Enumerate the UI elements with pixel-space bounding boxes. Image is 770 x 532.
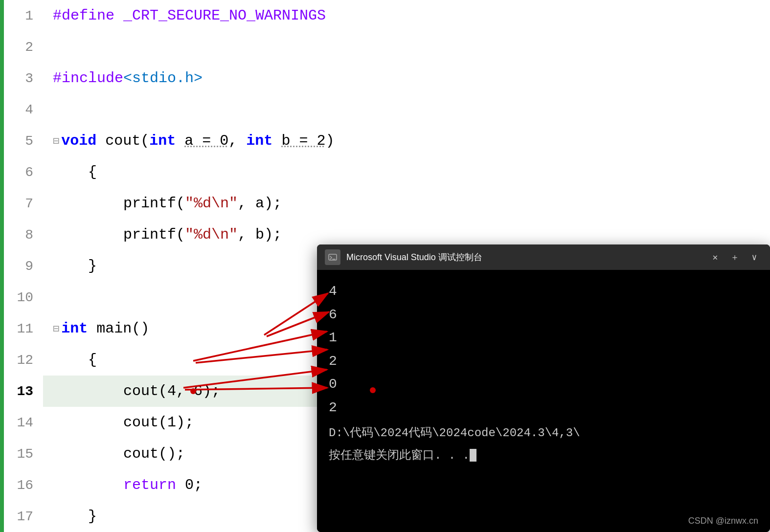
green-left-border	[0, 0, 4, 532]
define-value: _CRT_SECURE_NO_WARNINGS	[123, 7, 326, 24]
format-string-2: "%d\n"	[185, 226, 238, 243]
code-line-2	[43, 31, 770, 63]
output-line-4: 2	[329, 350, 758, 373]
line-num-6: 6	[4, 156, 43, 188]
code-line-4	[43, 94, 770, 125]
cout-call-2: cout(1);	[123, 414, 194, 431]
line-numbers: 1 2 3 4 5 6 7 8 9 10 11 12 13 14 15 16 1…	[4, 0, 43, 532]
terminal-new-tab-btn[interactable]: ＋	[727, 249, 743, 265]
terminal-dropdown-btn[interactable]: ∨	[747, 249, 762, 265]
printf-1: printf(	[123, 195, 185, 212]
terminal-window: Microsoft Visual Studio 调试控制台 ✕ ＋ ∨ 4 6 …	[317, 244, 770, 532]
cursor	[470, 449, 476, 462]
output-line-2: 6	[329, 303, 758, 327]
int-keyword-b: int	[246, 133, 272, 149]
code-line-7: printf("%d\n", a);	[43, 188, 770, 219]
line-num-3: 3	[4, 63, 43, 94]
void-keyword: void	[61, 133, 96, 149]
output-line-3: 1	[329, 326, 758, 350]
line-num-2: 2	[4, 31, 43, 63]
printf-2: printf(	[123, 226, 185, 243]
line-num-16: 16	[4, 469, 43, 501]
line-num-10: 10	[4, 282, 43, 313]
line-num-9: 9	[4, 250, 43, 282]
terminal-body: 4 6 1 2 0 2 D:\代码\2024代码\2024code\2024.3…	[317, 270, 770, 532]
output-line-5: 0	[329, 373, 758, 396]
line-num-12: 12	[4, 344, 43, 376]
cout-call-1: cout(4, 6);	[123, 383, 220, 399]
code-line-1: #define _CRT_SECURE_NO_WARNINGS	[43, 0, 770, 31]
line-num-4: 4	[4, 94, 43, 125]
main-func: main()	[96, 320, 149, 337]
terminal-prompt: 按任意键关闭此窗口. . .	[329, 447, 758, 465]
line-num-5: 5	[4, 125, 43, 156]
line-num-17: 17	[4, 501, 43, 532]
open-brace-5: {	[53, 164, 97, 180]
terminal-output: 4 6 1 2 0 2	[329, 280, 758, 420]
terminal-path: D:\代码\2024代码\2024code\2024.3\4,3\	[329, 424, 758, 442]
line-num-8: 8	[4, 219, 43, 250]
terminal-titlebar: Microsoft Visual Studio 调试控制台 ✕ ＋ ∨	[317, 244, 770, 270]
line-num-15: 15	[4, 438, 43, 469]
terminal-close-btn[interactable]: ✕	[707, 249, 723, 265]
output-line-6: 2	[329, 396, 758, 420]
output-line-1: 4	[329, 280, 758, 303]
collapse-icon-5[interactable]: ⊟	[53, 134, 59, 148]
line-num-14: 14	[4, 407, 43, 438]
watermark: CSDN @iznwx.cn	[688, 516, 758, 526]
code-line-6: {	[43, 156, 770, 188]
code-line-3: #include<stdio.h>	[43, 63, 770, 94]
code-line-5: ⊟void cout(int a = 0, int b = 2)	[43, 125, 770, 156]
int-keyword-a: int	[149, 133, 176, 149]
format-string-1: "%d\n"	[185, 195, 238, 212]
func-cout-name: cout(	[105, 133, 149, 149]
line-num-7: 7	[4, 188, 43, 219]
include-file: <stdio.h>	[123, 70, 203, 87]
param-b: b = 2	[281, 133, 325, 149]
line-num-11: 11	[4, 313, 43, 344]
param-a: a = 0	[184, 133, 228, 149]
terminal-icon	[325, 249, 340, 265]
return-keyword: return	[123, 477, 176, 493]
collapse-icon-11[interactable]: ⊟	[53, 322, 59, 335]
terminal-controls: ✕ ＋ ∨	[707, 249, 762, 265]
terminal-title: Microsoft Visual Studio 调试控制台	[346, 251, 702, 263]
cout-call-3: cout();	[123, 445, 185, 462]
line-num-13: 13	[4, 376, 43, 407]
line-num-1: 1	[4, 0, 43, 31]
define-keyword: #define	[53, 7, 114, 24]
include-keyword: #include	[53, 70, 123, 87]
int-keyword-main: int	[61, 320, 88, 337]
